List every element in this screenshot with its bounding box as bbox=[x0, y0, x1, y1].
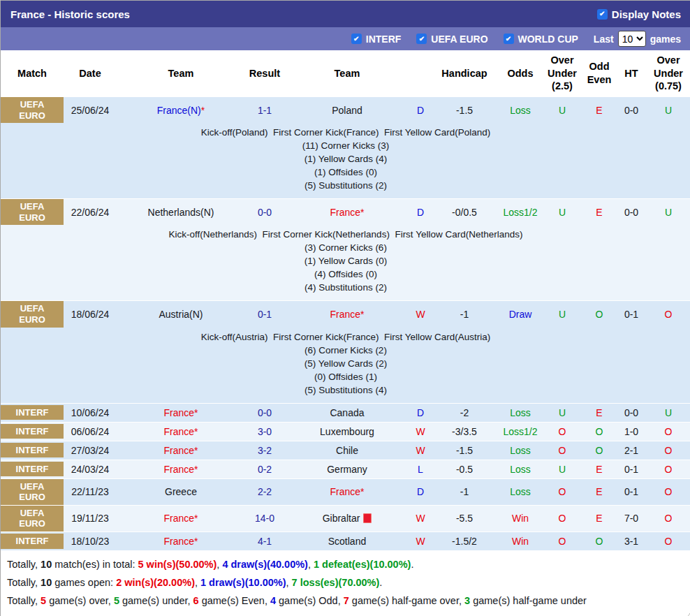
summary-segment: Totally, bbox=[7, 595, 41, 606]
over-under-25-cell: O bbox=[543, 422, 582, 441]
focus-team-star: * bbox=[360, 309, 364, 320]
match-notes: Kick-off(Austria) First Corner Kick(Fran… bbox=[1, 328, 690, 404]
team-name: France* bbox=[330, 207, 364, 218]
result-cell: 3-2 bbox=[245, 441, 284, 460]
filter-checkbox-uefa-euro[interactable]: ✔UEFA EURO bbox=[416, 34, 487, 45]
ht-cell: 7-0 bbox=[617, 505, 646, 531]
filter-label: INTERF bbox=[366, 34, 402, 45]
column-header-match: Match bbox=[1, 50, 64, 97]
team-name: Scotland bbox=[328, 536, 366, 547]
odd-even-cell: E bbox=[582, 505, 617, 531]
filter-label: UEFA EURO bbox=[431, 34, 487, 45]
note-stat-line: (1) Yellow Cards (0) bbox=[1, 254, 690, 267]
team-name-text: Poland bbox=[332, 105, 362, 116]
summary-segment: , bbox=[308, 559, 314, 570]
note-first-events-line: Kick-off(Netherlands) First Corner Kick(… bbox=[1, 228, 690, 241]
ht-cell: 2-1 bbox=[617, 441, 646, 460]
home-team-cell: France* bbox=[117, 531, 245, 550]
over-under-075-cell: O bbox=[646, 441, 690, 460]
panel-title: France - Historic scores bbox=[10, 8, 130, 20]
outcome-cell: L bbox=[410, 460, 431, 478]
team-name: Poland bbox=[332, 105, 362, 116]
team-name: Netherlands(N) bbox=[148, 207, 214, 218]
match-notes: Kick-off(Netherlands) First Corner Kick(… bbox=[1, 225, 690, 301]
summary-segment: 5 bbox=[114, 595, 119, 606]
summary-segment: Totally, bbox=[7, 559, 41, 570]
home-team-cell: France* bbox=[117, 403, 245, 422]
summary-segment: 1 draw(s)(10.00%) bbox=[200, 577, 286, 588]
handicap-cell: -3/3.5 bbox=[431, 422, 498, 441]
summary-segment: 7 bbox=[344, 595, 349, 606]
odd-even-cell: O bbox=[582, 422, 617, 441]
team-name: France* bbox=[163, 464, 198, 475]
checkbox-checked-icon[interactable]: ✔ bbox=[351, 34, 362, 44]
odds-cell: Loss bbox=[498, 460, 543, 478]
away-team-cell: France* bbox=[284, 199, 410, 226]
competition-badge: UEFA EURO bbox=[1, 301, 64, 327]
over-under-25-cell: O bbox=[543, 531, 582, 550]
over-under-25-cell: U bbox=[543, 97, 582, 124]
column-header-odd-even: OddEven bbox=[582, 50, 617, 97]
outcome-cell: W bbox=[410, 441, 431, 460]
games-label: games bbox=[650, 34, 681, 45]
odds-cell: Loss1/2 bbox=[498, 422, 543, 441]
competition-filters: ✔INTERF✔UEFA EURO✔WORLD CUP bbox=[351, 34, 578, 45]
checkbox-checked-icon[interactable]: ✔ bbox=[416, 34, 427, 44]
note-first-events-line: Kick-off(Austria) First Corner Kick(Fran… bbox=[1, 330, 690, 344]
match-row: INTERF06/06/24France*3-0LuxembourgW-3/3.… bbox=[1, 422, 690, 441]
outcome-cell: D bbox=[410, 199, 431, 226]
display-notes-toggle[interactable]: ✔ Display Notes bbox=[597, 8, 681, 20]
filter-checkbox-world-cup[interactable]: ✔WORLD CUP bbox=[504, 34, 578, 45]
match-notes: Kick-off(Poland) First Corner Kick(Franc… bbox=[1, 123, 690, 199]
match-row: INTERF18/10/23France*4-1ScotlandW-1.5/2W… bbox=[1, 531, 690, 550]
summary-segment: 6 bbox=[193, 595, 199, 606]
over-under-075-cell: O bbox=[646, 460, 690, 478]
summary-segment: 5 win(s)(50.00%) bbox=[138, 559, 217, 570]
team-name: Gibraltar bbox=[323, 513, 372, 524]
focus-team-star: * bbox=[194, 445, 198, 456]
competition-badge: INTERF bbox=[1, 443, 64, 458]
summary-segment: match(es) in total: bbox=[52, 559, 138, 570]
title-bar: France - Historic scores ✔ Display Notes bbox=[1, 1, 690, 27]
date-cell: 19/11/23 bbox=[64, 505, 117, 531]
team-name: Germany bbox=[327, 464, 367, 475]
handicap-cell: -1 bbox=[431, 478, 498, 505]
handicap-cell: -0.5 bbox=[431, 460, 498, 478]
odd-even-cell: O bbox=[582, 531, 617, 550]
summary-segment: 5 bbox=[41, 595, 46, 606]
home-team-cell: France* bbox=[117, 441, 245, 460]
home-team-cell: Greece bbox=[117, 478, 245, 505]
focus-team-star: * bbox=[360, 486, 364, 497]
team-name: France* bbox=[163, 407, 198, 418]
focus-team-star: * bbox=[194, 407, 198, 418]
summary-segment: game(s) half-game under bbox=[470, 595, 587, 606]
competition-badge: UEFA EURO bbox=[1, 199, 64, 225]
over-under-25-cell: U bbox=[543, 301, 582, 328]
match-row: UEFA EURO18/06/24Austria(N)0-1France*W-1… bbox=[1, 301, 690, 328]
team-name-text: Germany bbox=[327, 464, 367, 475]
games-count-select[interactable]: 10 bbox=[618, 31, 646, 47]
summary-segment: 10 bbox=[41, 559, 52, 570]
team-name: France* bbox=[163, 536, 198, 547]
result-cell: 4-1 bbox=[245, 531, 284, 550]
summary-segment: game(s) Odd, bbox=[276, 595, 344, 606]
note-stat-line: (5) Substitutions (2) bbox=[1, 179, 690, 192]
away-team-cell: France* bbox=[284, 301, 410, 328]
checkbox-checked-icon[interactable]: ✔ bbox=[504, 34, 514, 44]
over-under-075-cell: U bbox=[646, 199, 690, 226]
result-cell: 0-0 bbox=[245, 403, 284, 422]
match-notes-row: Kick-off(Netherlands) First Corner Kick(… bbox=[1, 225, 690, 301]
note-stat-line: (4) Offsides (0) bbox=[1, 267, 690, 281]
summary-segment: , bbox=[286, 577, 292, 588]
display-notes-checkbox[interactable]: ✔ bbox=[597, 9, 608, 20]
column-header-blank bbox=[410, 50, 431, 97]
team-name: Chile bbox=[336, 445, 358, 456]
summary-segment: games open: bbox=[52, 577, 116, 588]
odd-even-cell: E bbox=[582, 460, 617, 478]
date-cell: 25/06/24 bbox=[64, 97, 117, 124]
competition-badge: UEFA EURO bbox=[1, 97, 64, 123]
filter-checkbox-interf[interactable]: ✔INTERF bbox=[351, 34, 402, 45]
note-stat-line: (5) Yellow Cards (2) bbox=[1, 357, 690, 370]
match-row: UEFA EURO22/11/23Greece2-2France*D-1Loss… bbox=[1, 478, 690, 505]
competition-cell: UEFA EURO bbox=[1, 97, 64, 124]
